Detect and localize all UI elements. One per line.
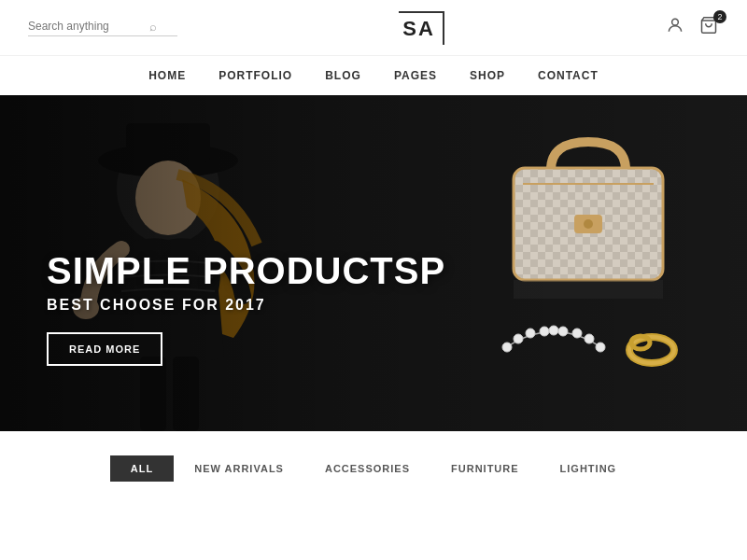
logo-text: SA <box>399 11 444 45</box>
navigation: HOME PORTFOLIO BLOG PAGES SHOP CONTACT <box>0 56 747 95</box>
svg-point-24 <box>549 326 558 335</box>
header-icons: 2 <box>666 16 719 39</box>
svg-point-27 <box>585 334 594 343</box>
hero-title: SIMPLE PRODUCTSP <box>47 250 445 291</box>
nav-item-pages[interactable]: PAGES <box>394 69 437 82</box>
svg-point-23 <box>540 327 549 336</box>
search-input[interactable] <box>28 20 149 33</box>
bag-image <box>486 133 691 305</box>
nav-item-contact[interactable]: CONTACT <box>538 69 599 82</box>
necklace-image <box>498 324 610 371</box>
search-icon[interactable]: ⌕ <box>149 20 157 34</box>
nav-item-home[interactable]: HOME <box>148 69 186 82</box>
svg-point-17 <box>584 219 593 229</box>
header: ⌕ SA 2 <box>0 0 747 56</box>
filter-tab-accessories[interactable]: ACCESSORIES <box>304 455 430 482</box>
search-area[interactable]: ⌕ <box>28 20 177 36</box>
svg-rect-19 <box>514 280 663 299</box>
nav-item-blog[interactable]: BLOG <box>325 69 361 82</box>
cart-icon[interactable]: 2 <box>698 16 719 39</box>
user-icon[interactable] <box>666 16 684 39</box>
svg-point-21 <box>514 334 523 343</box>
svg-point-20 <box>502 343 512 352</box>
bag-area <box>486 133 691 371</box>
hero-content: SIMPLE PRODUCTSP BEST CHOOSE FOR 2017 RE… <box>47 250 445 366</box>
logo[interactable]: SA <box>399 11 444 45</box>
svg-point-28 <box>596 343 605 352</box>
svg-point-0 <box>672 19 679 25</box>
filter-tab-furniture[interactable]: FURNITURE <box>430 455 540 482</box>
hero-subtitle: BEST CHOOSE FOR 2017 <box>47 297 445 314</box>
jewelry-row <box>498 324 680 371</box>
ring-image <box>624 324 680 371</box>
hero-cta-button[interactable]: READ MORE <box>47 332 162 366</box>
svg-point-26 <box>572 329 582 338</box>
svg-point-25 <box>558 327 568 336</box>
svg-point-22 <box>526 329 535 338</box>
hero-section: SIMPLE PRODUCTSP BEST CHOOSE FOR 2017 RE… <box>0 95 747 431</box>
logo-letters: SA <box>402 17 435 40</box>
filter-tab-all[interactable]: ALL <box>110 455 174 482</box>
filter-bar: ALL NEW ARRIVALS ACCESSORIES FURNITURE L… <box>0 431 747 497</box>
nav-item-shop[interactable]: SHOP <box>470 69 505 82</box>
cart-badge: 2 <box>713 10 726 23</box>
filter-tab-new-arrivals[interactable]: NEW ARRIVALS <box>174 455 304 482</box>
nav-item-portfolio[interactable]: PORTFOLIO <box>218 69 292 82</box>
filter-tab-lighting[interactable]: LIGHTING <box>540 455 638 482</box>
